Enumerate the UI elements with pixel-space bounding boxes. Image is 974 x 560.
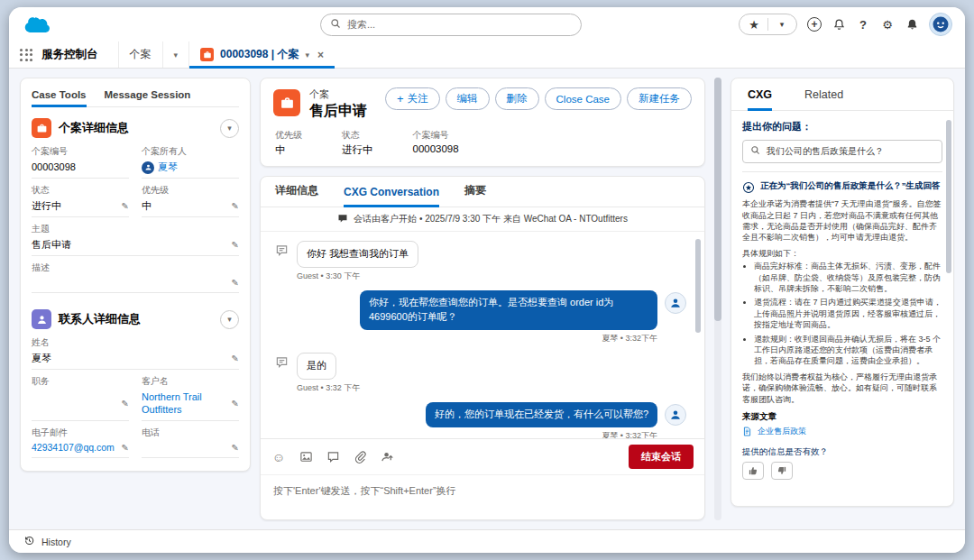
edit-pencil-icon[interactable]: ✎ bbox=[232, 353, 239, 363]
edit-pencil-icon[interactable]: ✎ bbox=[232, 240, 239, 250]
tab-cxg-conversation[interactable]: CXG Conversation bbox=[344, 186, 439, 207]
case-details-header: 个案详细信息 ▾ bbox=[32, 118, 239, 138]
field-case-number: 个案编号 00003098 bbox=[32, 140, 129, 179]
case-number-value: 00003098 bbox=[32, 161, 76, 172]
follow-button[interactable]: +关注 bbox=[385, 87, 440, 110]
answer-heading-row: 正在为“我们公司的售后政策是什么？”生成回答 bbox=[742, 180, 942, 194]
chat-message-guest: 你好 我想查询我的订单 Guest • 3:30 下午 bbox=[275, 241, 686, 282]
feedback-buttons bbox=[742, 462, 942, 480]
favorites-group[interactable]: ★ ▾ bbox=[739, 14, 797, 35]
app-launcher-icon[interactable] bbox=[20, 49, 32, 61]
rules-list: 商品完好标准：商品主体无损坏、污渍、变形，配件（如吊牌、防尘袋、收纳袋等）及原包… bbox=[742, 261, 942, 367]
help-icon[interactable]: ? bbox=[856, 16, 870, 32]
field-description: 描述 ✎ bbox=[32, 256, 239, 293]
session-start-header: 会话由客户开始 • 2025/7/9 3:30 下午 来自 WeChat OA … bbox=[261, 207, 704, 232]
edit-pencil-icon[interactable]: ✎ bbox=[122, 443, 129, 453]
edit-pencil-icon[interactable]: ✎ bbox=[122, 201, 129, 211]
favorites-chevron-icon[interactable]: ▾ bbox=[775, 16, 789, 32]
source-article-row: 企业售后政策 bbox=[742, 426, 942, 439]
divider bbox=[742, 171, 942, 172]
answer-heading: 正在为“我们公司的售后政策是什么？”生成回答 bbox=[760, 180, 941, 194]
main-scrollbar bbox=[714, 78, 721, 520]
tab-related[interactable]: Related bbox=[804, 88, 843, 110]
edit-pencil-icon[interactable]: ✎ bbox=[232, 399, 239, 409]
field-email: 电子邮件 42934107@qq.com✎ bbox=[32, 421, 129, 458]
contact-icon bbox=[32, 309, 51, 329]
thumbs-down-button[interactable] bbox=[771, 462, 793, 480]
right-panel-tabs: CXG Related bbox=[731, 78, 953, 111]
edit-pencil-icon[interactable]: ✎ bbox=[122, 399, 129, 409]
close-tab-icon[interactable]: × bbox=[317, 49, 324, 61]
owner-avatar bbox=[142, 161, 154, 174]
global-actions-icon[interactable]: + bbox=[807, 17, 822, 32]
main-scrollbar-thumb[interactable] bbox=[714, 78, 721, 321]
utility-bar: History bbox=[9, 529, 965, 553]
einstein-icon bbox=[742, 181, 755, 194]
tab-case-tools[interactable]: Case Tools bbox=[32, 87, 87, 106]
salesforce-cloud-logo bbox=[22, 14, 54, 35]
tab-message-session[interactable]: Message Session bbox=[105, 87, 191, 106]
account-link[interactable]: Northern Trail Outfitters bbox=[142, 390, 228, 417]
edit-pencil-icon[interactable]: ✎ bbox=[232, 278, 239, 288]
user-avatar[interactable] bbox=[929, 13, 952, 36]
console-tab-bar: 服务控制台 个案 ▾ 00003098 | 个案 ▾ × bbox=[9, 41, 965, 69]
header-actions: ★ ▾ + ? ⚙ bbox=[739, 13, 952, 36]
page-title: 售后申请 bbox=[309, 102, 367, 121]
message-meta: Guest • 3:32 下午 bbox=[297, 382, 360, 394]
message-composer-input[interactable]: 按下'Enter'键发送，按下“Shift+Enter”换行 bbox=[261, 474, 704, 519]
field-priority: 优先级 中✎ bbox=[142, 179, 239, 217]
chat-message-guest: 是的 Guest • 3:32 下午 bbox=[275, 353, 686, 394]
guidance-icon[interactable] bbox=[832, 16, 846, 32]
history-icon[interactable] bbox=[23, 535, 35, 548]
nav-tab-cases-label: 个案 bbox=[130, 47, 152, 62]
entity-label: 个案 bbox=[309, 87, 367, 101]
channel-chat-icon bbox=[275, 355, 289, 372]
delete-button[interactable]: 删除 bbox=[495, 87, 539, 110]
knowledge-answer-panel: 提出你的问题： 我们公司的售后政策是什么？ 正在为“我们公司的售后政策是什么？”… bbox=[731, 111, 953, 506]
edit-pencil-icon[interactable]: ✎ bbox=[232, 201, 239, 211]
case-details-menu-button[interactable]: ▾ bbox=[220, 119, 239, 138]
conversation-panel: 详细信息 CXG Conversation 摘要 会话由客户开始 • 2025/… bbox=[260, 176, 705, 520]
field-contact-title: 职务 ✎ bbox=[32, 370, 129, 421]
edit-pencil-icon[interactable]: ✎ bbox=[232, 443, 239, 453]
chevron-down-icon[interactable]: ▾ bbox=[174, 50, 179, 60]
nav-tab-cases-dropdown[interactable]: ▾ bbox=[162, 41, 189, 68]
message-meta: 夏琴 • 3:32下午 bbox=[602, 333, 657, 344]
chevron-down-icon[interactable]: ▾ bbox=[305, 50, 309, 60]
notifications-bell-icon[interactable] bbox=[905, 16, 919, 32]
field-contact-name: 姓名 夏琴✎ bbox=[32, 331, 239, 370]
search-icon bbox=[750, 145, 760, 159]
messages-scrollbar[interactable] bbox=[695, 239, 701, 333]
quick-text-icon[interactable] bbox=[326, 450, 340, 464]
close-case-button[interactable]: Close Case bbox=[545, 87, 621, 110]
nav-tab-case-record[interactable]: 00003098 | 个案 ▾ × bbox=[188, 41, 335, 68]
highlight-priority: 优先级 中 bbox=[275, 129, 302, 157]
field-status: 状态 进行中✎ bbox=[32, 179, 129, 217]
highlight-status: 状态 进行中 bbox=[342, 129, 373, 157]
right-panel-scrollbar[interactable] bbox=[946, 120, 951, 273]
emoji-icon[interactable]: ☺ bbox=[271, 450, 286, 464]
contact-details-menu-button[interactable]: ▾ bbox=[220, 310, 239, 329]
end-session-button[interactable]: 结束会话 bbox=[629, 445, 694, 469]
source-article-link[interactable]: 企业售后政策 bbox=[758, 426, 806, 436]
agent-avatar bbox=[665, 404, 686, 426]
history-label[interactable]: History bbox=[41, 537, 71, 547]
favorites-star-icon[interactable]: ★ bbox=[747, 16, 761, 32]
question-input[interactable]: 我们公司的售后政策是什么？ bbox=[742, 140, 942, 163]
transfer-icon[interactable] bbox=[380, 450, 394, 464]
attachment-icon[interactable] bbox=[353, 450, 367, 464]
owner-link[interactable]: 夏琴 bbox=[158, 161, 178, 174]
image-icon[interactable] bbox=[299, 450, 313, 464]
new-task-button[interactable]: 新建任务 bbox=[627, 87, 692, 110]
tab-details[interactable]: 详细信息 bbox=[275, 183, 318, 207]
thumbs-up-button[interactable] bbox=[742, 462, 764, 480]
edit-button[interactable]: 编辑 bbox=[446, 87, 490, 110]
email-link[interactable]: 42934107@qq.com bbox=[32, 442, 115, 453]
tab-summary[interactable]: 摘要 bbox=[464, 183, 486, 207]
global-search-input[interactable]: 搜索... bbox=[320, 14, 582, 36]
chat-icon bbox=[337, 213, 348, 225]
setup-gear-icon[interactable]: ⚙ bbox=[880, 16, 895, 32]
message-bubble: 是的 bbox=[297, 353, 336, 380]
tab-cxg[interactable]: CXG bbox=[748, 88, 772, 110]
nav-tab-cases[interactable]: 个案 bbox=[118, 41, 162, 68]
